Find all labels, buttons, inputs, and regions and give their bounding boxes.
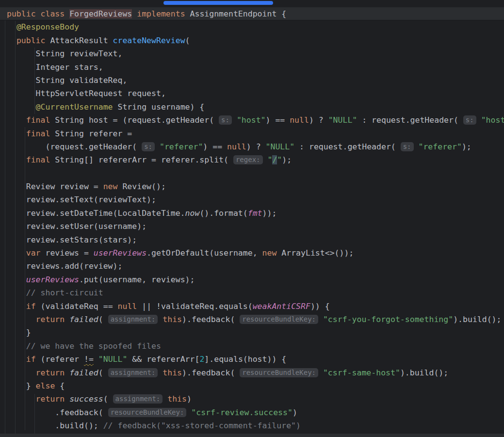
code-line[interactable]: Review review = new Review(); <box>0 180 504 193</box>
code-token: : request.getHeader( <box>294 142 401 151</box>
code-token: @ResponseBody <box>16 22 79 32</box>
code-line[interactable]: review.setText(reviewText); <box>0 193 504 206</box>
inlay-hint: s: <box>219 115 232 125</box>
code-line[interactable]: review.setStars(stars); <box>0 233 504 246</box>
code-token: "NULL" <box>328 115 358 125</box>
code-line[interactable]: String reviewText, <box>0 47 504 60</box>
code-token: review.setUser(username); <box>7 222 146 231</box>
code-line[interactable]: return failed( assignment: this).feedbac… <box>0 366 504 379</box>
code-line[interactable]: if (referer != "NULL" && refererArr[2].e… <box>0 353 504 366</box>
code-token: reviews = <box>41 248 94 258</box>
code-token: createNewReview <box>113 36 185 45</box>
code-token: ).feedback( <box>182 368 240 377</box>
inlay-hint: regex: <box>233 155 263 164</box>
code-token <box>7 115 26 125</box>
code-token: null <box>118 302 137 311</box>
code-token: final <box>26 129 50 138</box>
code-token: " <box>277 155 282 164</box>
code-token: ) == <box>266 115 290 125</box>
code-line[interactable]: } <box>0 326 504 339</box>
code-token: "csrf-review.success" <box>191 408 293 417</box>
code-line[interactable]: userReviews.put(username, reviews); <box>0 273 504 286</box>
code-line[interactable]: var reviews = userReviews.getOrDefault(u… <box>0 246 504 259</box>
code-token: 2 <box>199 355 204 364</box>
code-line[interactable]: // short-circuit <box>0 286 504 299</box>
code-token: "host" <box>237 115 266 125</box>
code-token: ( <box>98 315 108 324</box>
code-token <box>414 142 419 151</box>
code-token: ( <box>98 368 108 377</box>
code-token: implements <box>137 9 185 18</box>
code-token <box>318 368 323 377</box>
code-token: this <box>167 394 187 404</box>
code-token: "referer" <box>418 142 461 151</box>
inlay-hint: s: <box>142 142 155 151</box>
code-token: this <box>163 315 182 324</box>
code-token: "NULL" <box>266 142 295 151</box>
code-token: class <box>41 9 65 18</box>
code-editor[interactable]: public class ForgedReviews implements As… <box>0 0 504 437</box>
code-line[interactable]: .build(); // feedback("xss-stored-commen… <box>0 419 504 432</box>
code-line[interactable]: public AttackResult createNewReview( <box>0 34 504 47</box>
code-token: )); <box>262 209 277 218</box>
bottom-scrollbar-track[interactable] <box>0 434 504 437</box>
code-token <box>65 315 69 324</box>
code-token: != <box>84 355 94 364</box>
code-line[interactable] <box>0 167 504 180</box>
code-token: // feedback("xss-stored-comment-failure"… <box>103 421 301 430</box>
code-token: this <box>163 368 182 377</box>
code-token <box>7 36 16 45</box>
inlay-hint: resourceBundleKey: <box>108 408 187 417</box>
top-scrollbar-thumb[interactable] <box>163 1 273 5</box>
code-token <box>7 129 26 138</box>
code-token: weakAntiCSRF <box>253 302 310 311</box>
code-token <box>7 355 26 364</box>
code-line[interactable]: reviews.add(review); <box>0 259 504 273</box>
code-line[interactable]: } else { <box>0 379 504 392</box>
code-token: String referer = <box>50 129 132 138</box>
code-token <box>7 155 26 164</box>
code-token: .put(username, reviews); <box>79 275 195 284</box>
code-token: .build(); <box>7 421 103 430</box>
code-token: || !validateReq.equals( <box>137 302 252 311</box>
code-line[interactable]: review.setDateTime(LocalDateTime.now().f… <box>0 207 504 220</box>
code-token: "csrf-same-host" <box>323 368 400 377</box>
code-line[interactable]: (request.getHeader( s: "referer") == nul… <box>0 140 504 153</box>
code-line[interactable]: // we have the spoofed files <box>0 340 504 353</box>
code-line[interactable]: review.setUser(username); <box>0 220 504 233</box>
code-line[interactable]: Integer stars, <box>0 61 504 74</box>
code-token: public <box>16 36 46 45</box>
code-line[interactable]: final String host = (request.getHeader( … <box>0 113 504 127</box>
code-token <box>158 315 163 324</box>
code-token: failed <box>69 368 98 377</box>
code-token <box>65 368 69 377</box>
code-line[interactable]: return success( assignment: this) <box>0 392 504 405</box>
code-line[interactable]: public class ForgedReviews implements As… <box>0 7 504 20</box>
code-line[interactable]: .feedback( resourceBundleKey: "csrf-revi… <box>0 406 504 419</box>
code-token: success <box>69 394 103 404</box>
code-token: @CurrentUsername <box>36 102 113 112</box>
code-line[interactable]: HttpServletRequest request, <box>0 87 504 100</box>
code-token: (request.getHeader( <box>7 142 142 151</box>
code-token <box>476 115 481 125</box>
code-token: // we have the spoofed files <box>26 341 161 351</box>
code-line[interactable]: @ResponseBody <box>0 20 504 33</box>
code-line[interactable]: return failed( assignment: this).feedbac… <box>0 313 504 326</box>
code-token: String validateReq, <box>7 76 127 85</box>
code-token <box>232 115 237 125</box>
code-line[interactable]: final String[] refererArr = referer.spli… <box>0 153 504 166</box>
code-token: AssignmentEndpoint { <box>185 9 287 18</box>
code-token <box>65 394 69 404</box>
code-token: final <box>26 115 50 125</box>
code-token: review.setText(reviewText); <box>7 195 156 204</box>
code-token <box>163 394 167 404</box>
code-token <box>36 9 41 18</box>
code-token <box>186 408 191 417</box>
code-line[interactable]: @CurrentUsername String username) { <box>0 100 504 113</box>
code-token <box>158 368 163 377</box>
code-line[interactable]: if (validateReq == null || !validateReq.… <box>0 300 504 313</box>
code-line[interactable]: String validateReq, <box>0 74 504 87</box>
code-token: var <box>26 248 41 258</box>
inlay-hint: assignment: <box>108 315 158 324</box>
code-line[interactable]: final String referer = <box>0 127 504 140</box>
